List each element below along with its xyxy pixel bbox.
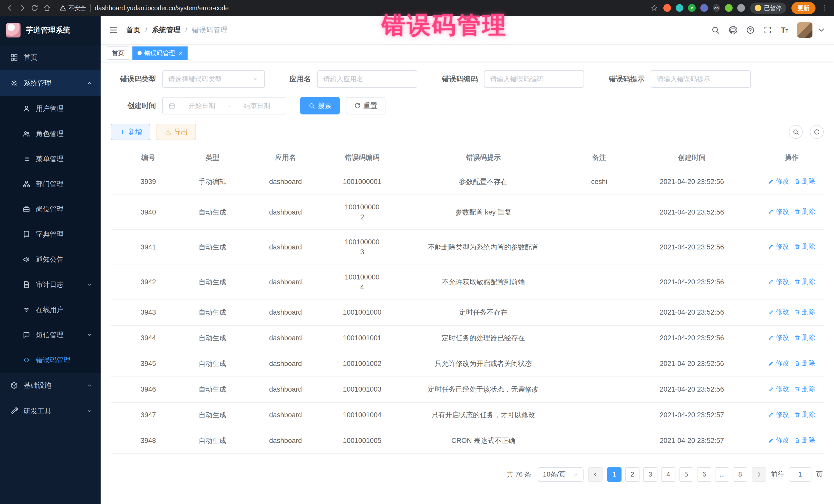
edit-link[interactable]: 修改 bbox=[768, 410, 789, 420]
sidebar-item-online-users[interactable]: 在线用户 bbox=[0, 297, 101, 322]
breadcrumb-system[interactable]: 系统管理 bbox=[152, 25, 181, 35]
delete-link[interactable]: 删除 bbox=[794, 177, 815, 186]
sidebar-item-notice-announcement[interactable]: 通知公告 bbox=[0, 247, 101, 272]
edit-link[interactable]: 修改 bbox=[768, 436, 789, 445]
sidebar-item-role-management[interactable]: 角色管理 bbox=[0, 121, 101, 146]
prev-page-button[interactable] bbox=[588, 467, 602, 482]
error-type-select[interactable]: 请选择错误码类型 bbox=[162, 70, 265, 88]
extension-puzzle[interactable] bbox=[737, 4, 745, 12]
edit-link[interactable]: 修改 bbox=[768, 207, 789, 217]
cell-type: 自动生成 bbox=[186, 325, 239, 351]
error-hint-input[interactable] bbox=[651, 70, 751, 88]
extension-dot-dark[interactable]: on bbox=[712, 4, 720, 12]
sidebar-item-user-management[interactable]: 用户管理 bbox=[0, 96, 101, 121]
security-chip[interactable]: 不安全 bbox=[60, 4, 86, 12]
page-button-2[interactable]: 2 bbox=[625, 467, 639, 482]
extension-dot-green[interactable]: V bbox=[688, 4, 696, 12]
delete-link[interactable]: 删除 bbox=[794, 384, 815, 394]
date-range-picker[interactable]: 开始日期 - 结束日期 bbox=[162, 97, 285, 114]
error-code-input[interactable] bbox=[484, 70, 584, 88]
toggle-search-icon[interactable] bbox=[789, 125, 803, 139]
sidebar-item-label: 用户管理 bbox=[36, 104, 64, 113]
delete-link[interactable]: 删除 bbox=[794, 333, 815, 343]
bookmark-star-icon[interactable] bbox=[651, 4, 658, 12]
forward-icon[interactable] bbox=[19, 4, 26, 12]
cell-app: dashboard bbox=[239, 265, 332, 300]
profile-paused-chip[interactable]: 已暂停 bbox=[750, 3, 786, 14]
page-button-4[interactable]: 4 bbox=[661, 467, 675, 482]
sidebar-item-post-management[interactable]: 岗位管理 bbox=[0, 197, 101, 222]
edit-link[interactable]: 修改 bbox=[768, 384, 789, 394]
edit-link[interactable]: 修改 bbox=[768, 177, 789, 186]
user-avatar[interactable] bbox=[797, 22, 812, 38]
menu-list-icon bbox=[23, 155, 30, 163]
sidebar-item-error-code-management[interactable]: 错误码管理 bbox=[0, 348, 101, 373]
page-button-3[interactable]: 3 bbox=[643, 467, 657, 482]
sidebar-item-dict-management[interactable]: 字典管理 bbox=[0, 222, 101, 247]
home-icon[interactable] bbox=[43, 4, 51, 12]
edit-link[interactable]: 修改 bbox=[768, 358, 789, 368]
delete-link[interactable]: 删除 bbox=[794, 307, 815, 317]
page-button-1[interactable]: 1 bbox=[607, 467, 621, 482]
add-button[interactable]: 新增 bbox=[111, 124, 150, 140]
sidebar-item-audit-log[interactable]: 审计日志 bbox=[0, 272, 101, 297]
sidebar-item-home[interactable]: 首页 bbox=[0, 45, 101, 70]
breadcrumb-home[interactable]: 首页 bbox=[126, 25, 140, 35]
page-size-select[interactable]: 10条/页 bbox=[538, 467, 584, 482]
delete-link[interactable]: 删除 bbox=[794, 277, 815, 287]
cell-id: 3940 bbox=[111, 195, 186, 230]
edit-link[interactable]: 修改 bbox=[768, 333, 789, 343]
app-name-input[interactable] bbox=[317, 70, 417, 88]
sidebar-item-sms-management[interactable]: 短信管理 bbox=[0, 322, 101, 348]
kebab-menu-icon[interactable] bbox=[821, 4, 828, 12]
header-actions: TT bbox=[711, 22, 826, 38]
cell-actions: 修改删除 bbox=[760, 169, 824, 195]
tab-home[interactable]: 首页 bbox=[107, 46, 129, 60]
edit-link[interactable]: 修改 bbox=[768, 307, 789, 317]
address-bar[interactable]: 不安全 dashboard.yudao.iocoder.cn/system/er… bbox=[60, 4, 646, 12]
avatar-caret-icon[interactable] bbox=[817, 26, 826, 35]
sidebar-item-system-management[interactable]: 系统管理 bbox=[0, 70, 101, 96]
edit-link[interactable]: 修改 bbox=[768, 242, 789, 251]
browser-update-button[interactable]: 更新 bbox=[791, 2, 815, 14]
delete-link[interactable]: 删除 bbox=[794, 358, 815, 368]
divider bbox=[90, 4, 91, 12]
delete-link[interactable]: 删除 bbox=[794, 207, 815, 217]
sidebar-item-infrastructure[interactable]: 基础设施 bbox=[0, 373, 101, 398]
search-button[interactable]: 搜索 bbox=[300, 97, 340, 114]
header-search-icon[interactable] bbox=[711, 26, 720, 35]
hamburger-icon[interactable] bbox=[109, 25, 118, 35]
edit-link[interactable]: 修改 bbox=[768, 277, 789, 287]
page-more-button[interactable]: ... bbox=[715, 467, 729, 482]
sidebar-item-dev-tools[interactable]: 研发工具 bbox=[0, 398, 101, 424]
github-icon[interactable] bbox=[728, 26, 737, 35]
help-icon[interactable] bbox=[746, 26, 755, 35]
breadcrumb-separator: / bbox=[185, 26, 187, 34]
sidebar-item-dept-management[interactable]: 部门管理 bbox=[0, 171, 101, 197]
extension-dot-indigo[interactable] bbox=[700, 4, 708, 12]
extension-dot-teal[interactable] bbox=[676, 4, 683, 12]
page-button-8[interactable]: 8 bbox=[733, 467, 747, 482]
app-logo[interactable]: 芋道管理系统 bbox=[0, 16, 101, 45]
back-icon[interactable] bbox=[6, 4, 14, 12]
cell-id: 3947 bbox=[111, 402, 186, 428]
fullscreen-icon[interactable] bbox=[764, 26, 772, 35]
table-row: 3942自动生成dashboard1001000004不允许获取敏感配置到前端2… bbox=[111, 265, 824, 300]
font-size-icon[interactable]: TT bbox=[781, 26, 788, 35]
page-button-6[interactable]: 6 bbox=[697, 467, 711, 482]
extension-dot-red[interactable] bbox=[663, 4, 671, 12]
page-button-5[interactable]: 5 bbox=[679, 467, 694, 482]
extension-dot-lime[interactable] bbox=[725, 4, 733, 12]
refresh-table-icon[interactable] bbox=[810, 125, 824, 139]
tab-error-code[interactable]: 错误码管理 × bbox=[132, 46, 188, 60]
next-page-button[interactable] bbox=[752, 467, 766, 482]
goto-page-input[interactable] bbox=[789, 467, 811, 482]
delete-link[interactable]: 删除 bbox=[794, 242, 815, 251]
sidebar-item-menu-management[interactable]: 菜单管理 bbox=[0, 146, 101, 171]
reset-button[interactable]: 重置 bbox=[346, 97, 386, 114]
tab-close-icon[interactable]: × bbox=[179, 49, 182, 57]
reload-icon[interactable] bbox=[31, 4, 39, 12]
export-button[interactable]: 导出 bbox=[156, 124, 196, 140]
delete-link[interactable]: 删除 bbox=[794, 410, 815, 420]
delete-link[interactable]: 删除 bbox=[794, 436, 815, 445]
